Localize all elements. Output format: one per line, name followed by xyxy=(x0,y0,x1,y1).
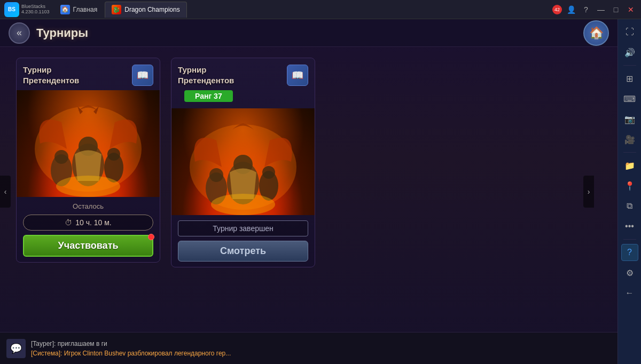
dragon-tab-label: Dragon Champions xyxy=(124,6,179,13)
svg-point-12 xyxy=(209,168,223,182)
game-top-bar: « Турниры 🏠 xyxy=(0,19,617,47)
chat-line-2: [Система]: Игрок Clinton Bushev разблоки… xyxy=(31,349,611,358)
settings-sidebar-button[interactable]: ⚙ xyxy=(621,264,638,281)
chat-bar: 💬 [Tayрег]: приглашаем в ги [Система]: И… xyxy=(0,332,617,364)
title-bar: BS BlueStacks 4.230.0.1103 🏠 Главная 🐉 D… xyxy=(0,0,641,19)
back-arrow-icon: « xyxy=(17,27,22,38)
card2-title: ТурнирПретендентов xyxy=(178,65,234,85)
card1-characters xyxy=(29,101,147,197)
tab-home[interactable]: 🏠 Главная xyxy=(54,2,104,18)
card1-time-label: Осталось xyxy=(23,202,153,210)
dragon-tab-icon: 🐉 xyxy=(112,5,121,14)
app-version-label: 4.230.0.1103 xyxy=(21,10,50,15)
location-button[interactable]: 📍 xyxy=(621,177,638,194)
card2-image xyxy=(171,108,315,215)
tournament-card-2: ТурнирПретендентов 📖 Ранг 37 xyxy=(171,58,315,267)
game-area: ‹ › « Турниры 🏠 ТурнирПретендентов xyxy=(0,19,617,364)
card2-info-button[interactable]: 📖 xyxy=(287,65,308,86)
record-button[interactable]: 🎥 xyxy=(621,131,638,148)
left-chevron-icon: ‹ xyxy=(4,187,7,196)
card2-artwork xyxy=(171,108,315,215)
finished-label: Турнир завершен xyxy=(178,220,308,236)
account-button[interactable]: 👤 xyxy=(565,4,577,15)
layout-button[interactable]: ⊞ xyxy=(621,70,638,87)
chat-button[interactable]: 💬 xyxy=(6,339,26,358)
tournament-card-1: ТурнирПретендентов 📖 xyxy=(16,58,160,263)
chat-messages: [Tayрег]: приглашаем в ги [Система]: Игр… xyxy=(31,339,611,358)
back-sidebar-button[interactable]: ← xyxy=(621,284,638,302)
sidebar-divider-3 xyxy=(623,239,636,240)
maximize-button[interactable]: □ xyxy=(610,4,622,15)
right-chevron-icon: › xyxy=(588,187,590,196)
svg-point-15 xyxy=(211,194,275,215)
svg-point-7 xyxy=(56,176,120,197)
sidebar-divider-2 xyxy=(623,152,636,153)
card1-info-button[interactable]: 📖 xyxy=(132,65,153,86)
back-button[interactable]: « xyxy=(9,22,30,44)
home-tab-icon: 🏠 xyxy=(60,5,70,14)
watch-button[interactable]: Смотреть xyxy=(178,241,308,262)
home-tab-label: Главная xyxy=(73,6,98,13)
rank-badge: Ранг 37 xyxy=(184,90,233,102)
camera-button[interactable]: 📷 xyxy=(621,110,638,128)
card2-header: ТурнирПретендентов 📖 xyxy=(171,58,315,90)
svg-point-6 xyxy=(107,148,120,161)
bluestacks-logo-icon: BS xyxy=(4,2,19,17)
card1-title: ТурнирПретендентов xyxy=(23,65,79,85)
home-icon: 🏠 xyxy=(589,26,604,40)
right-sidebar: ⛶ 🔊 ⊞ ⌨ 📷 🎥 📁 📍 ⧉ ••• ? ⚙ ← xyxy=(617,19,641,364)
left-nav-button[interactable]: ‹ xyxy=(0,176,11,208)
card2-characters xyxy=(184,119,302,215)
keyboard-button[interactable]: ⌨ xyxy=(621,90,638,107)
join-button[interactable]: Участвовать xyxy=(23,235,153,257)
rank-container: Ранг 37 xyxy=(171,90,315,108)
home-button[interactable]: 🏠 xyxy=(583,20,609,46)
tab-dragon-champions[interactable]: 🐉 Dragon Champions xyxy=(105,2,186,18)
svg-point-4 xyxy=(54,150,68,164)
chat-icon: 💬 xyxy=(10,343,22,354)
close-button[interactable]: ✕ xyxy=(625,4,637,15)
tab-bar: 🏠 Главная 🐉 Dragon Champions xyxy=(54,2,548,18)
app-logo: BS BlueStacks 4.230.0.1103 xyxy=(4,2,50,17)
window-controls: 42 👤 ? — □ ✕ xyxy=(552,4,637,15)
help-button[interactable]: ? xyxy=(580,4,592,15)
cards-area: ТурнирПретендентов 📖 xyxy=(0,47,617,332)
clock-icon: ⏱ xyxy=(65,218,72,227)
sidebar-divider-1 xyxy=(623,65,636,66)
card1-artwork xyxy=(17,90,160,197)
card1-time-value: 10 ч. 10 м. xyxy=(75,218,112,227)
right-nav-button[interactable]: › xyxy=(583,176,594,208)
folder-button[interactable]: 📁 xyxy=(621,157,638,174)
card1-footer: Осталось ⏱ 10 ч. 10 м. Участвовать xyxy=(17,197,160,262)
notification-badge[interactable]: 42 xyxy=(552,5,562,14)
card1-time-box: ⏱ 10 ч. 10 м. xyxy=(23,215,153,231)
volume-button[interactable]: 🔊 xyxy=(621,44,638,61)
main-container: ‹ › « Турниры 🏠 ТурнирПретендентов xyxy=(0,19,641,364)
svg-point-14 xyxy=(262,166,275,179)
card2-footer: Турнир завершен Смотреть xyxy=(171,215,315,267)
card1-image xyxy=(17,90,160,197)
card1-header: ТурнирПретендентов 📖 xyxy=(17,58,160,90)
fullscreen-button[interactable]: ⛶ xyxy=(621,23,638,41)
app-version: BlueStacks 4.230.0.1103 xyxy=(21,4,50,15)
more-button[interactable]: ••• xyxy=(621,218,638,235)
help-sidebar-button[interactable]: ? xyxy=(621,244,638,261)
multi-instance-button[interactable]: ⧉ xyxy=(621,197,638,215)
page-title: Турниры xyxy=(36,26,88,40)
chat-line-1: [Tayрег]: приглашаем в ги xyxy=(31,339,611,349)
minimize-button[interactable]: — xyxy=(595,4,607,15)
